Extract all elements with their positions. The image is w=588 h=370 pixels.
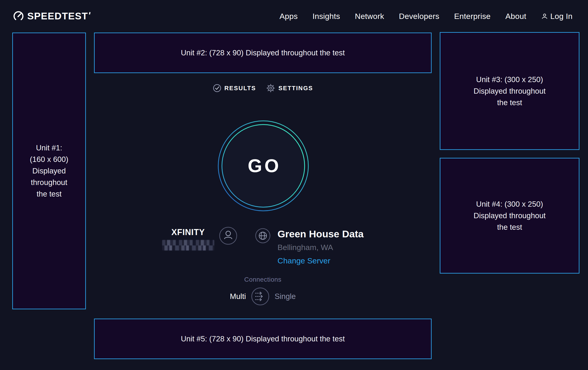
ad-text-line: Unit #4: (300 x 250) (441, 198, 579, 210)
connections-label: Connections (94, 276, 432, 283)
ad-unit-1[interactable]: Unit #1: (160 x 600) Displayed throughou… (12, 32, 86, 309)
isp-user-icon (219, 227, 237, 245)
multi-connections-icon (251, 287, 270, 306)
check-circle-icon (213, 84, 221, 92)
change-server-link[interactable]: Change Server (278, 256, 364, 265)
view-tabs: RESULTS SETTINGS (94, 83, 432, 93)
nav-item-about[interactable]: About (505, 12, 526, 21)
ad-text-line: Unit #3: (300 x 250) (441, 74, 579, 85)
trademark-icon (89, 12, 91, 15)
tab-settings-label: SETTINGS (278, 85, 313, 92)
go-label: GO (217, 120, 309, 212)
login-label: Log In (550, 12, 573, 21)
ad-text-line: Displayed throughout (441, 210, 579, 221)
redacted-ip-address (162, 240, 214, 250)
ad-text-line: Unit #5: (728 x 90) Displayed throughout… (95, 333, 431, 345)
server-location: Bellingham, WA (278, 243, 364, 252)
server-globe-icon (255, 228, 271, 244)
go-button[interactable]: GO (217, 120, 309, 212)
ad-text-line: Displayed (13, 165, 85, 177)
connection-mode-row: Multi Single (94, 287, 432, 306)
login-button[interactable]: Log In (541, 12, 573, 21)
ad-text-line: Unit #2: (728 x 90) Displayed throughout… (95, 47, 431, 59)
connections-toggle[interactable] (251, 287, 270, 306)
ad-text-line: Displayed throughout (441, 85, 579, 97)
gear-icon (266, 83, 275, 93)
nav-item-apps[interactable]: Apps (279, 12, 298, 21)
main-nav: Apps Insights Network Developers Enterpr… (279, 0, 573, 32)
ad-unit-3[interactable]: Unit #3: (300 x 250) Displayed throughou… (440, 32, 579, 150)
user-icon (541, 13, 548, 20)
logo-wordmark: SPEEDTEST (27, 11, 88, 22)
speedometer-gauge-icon (13, 11, 24, 22)
speedtest-page: SPEEDTEST Apps Insights Network Develope… (0, 0, 588, 370)
isp-block: XFINITY (162, 228, 214, 250)
ad-text-line: throughout (13, 177, 85, 188)
ad-text-line: Unit #1: (13, 142, 85, 154)
ad-text-line: the test (441, 97, 579, 109)
top-nav-bar: SPEEDTEST Apps Insights Network Develope… (0, 0, 588, 32)
ad-unit-5[interactable]: Unit #5: (728 x 90) Displayed throughout… (94, 319, 432, 359)
ad-text-line: the test (13, 188, 85, 200)
nav-item-network[interactable]: Network (355, 12, 384, 21)
nav-item-insights[interactable]: Insights (313, 12, 340, 21)
tab-results-label: RESULTS (224, 85, 256, 92)
tab-settings[interactable]: SETTINGS (266, 83, 313, 93)
connection-info-row: XFINITY Green House Data (94, 227, 432, 265)
multi-option[interactable]: Multi (230, 292, 246, 301)
ad-unit-4[interactable]: Unit #4: (300 x 250) Displayed throughou… (440, 158, 579, 274)
isp-name: XFINITY (171, 228, 205, 237)
server-block: Green House Data Bellingham, WA Change S… (278, 228, 364, 265)
server-name: Green House Data (278, 228, 364, 240)
ad-text-line: (160 x 600) (13, 154, 85, 165)
ad-unit-2[interactable]: Unit #2: (728 x 90) Displayed throughout… (94, 32, 432, 73)
ad-text-line: the test (441, 221, 579, 233)
single-option[interactable]: Single (275, 292, 296, 301)
speedtest-logo[interactable]: SPEEDTEST (13, 11, 90, 22)
nav-item-enterprise[interactable]: Enterprise (454, 12, 491, 21)
tab-results[interactable]: RESULTS (213, 84, 256, 92)
nav-item-developers[interactable]: Developers (399, 12, 439, 21)
